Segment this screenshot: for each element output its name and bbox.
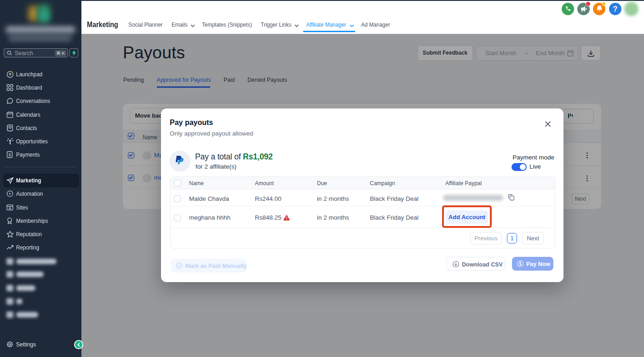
svg-text:$: $: [8, 153, 11, 157]
